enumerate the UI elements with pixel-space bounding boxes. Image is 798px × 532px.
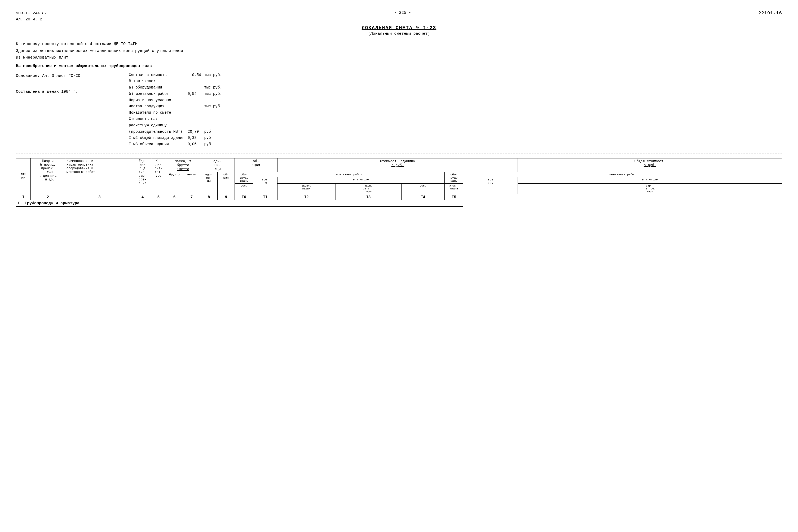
col-os-obo: обо-рудован. bbox=[445, 172, 463, 184]
col-name-header: Наименование и характеристика оборудован… bbox=[65, 158, 134, 194]
table-header-row1: №№ пп Шифр и № позиц. прейск. : УСН : це… bbox=[16, 158, 782, 172]
colnum-5: 5 bbox=[151, 194, 166, 200]
colnum-10: IO bbox=[235, 194, 253, 200]
col-mass-header: Масса, т брутто :нетто bbox=[166, 158, 200, 172]
cost-row-4: б) монтажных работ 0,54 тыс.руб. bbox=[127, 91, 224, 97]
col-se-vsego: все-го bbox=[253, 177, 278, 194]
left-info: Основание: Ал. 3 лист ГС-СО Составлена в… bbox=[16, 72, 117, 148]
main-info-block: Основание: Ал. 3 лист ГС-СО Составлена в… bbox=[16, 72, 782, 148]
cost-row-12: I м3 объема здания 0,06 руб. bbox=[127, 141, 224, 148]
project-line1: К типовому проекту котельной с 4 котлами… bbox=[16, 41, 782, 48]
header-left: 903-I- 244.87 Ал. 20 ч. 2 bbox=[16, 11, 47, 22]
cost-unit-11: руб. bbox=[203, 135, 223, 141]
header-right-code: 22191-16 bbox=[758, 11, 782, 22]
col-os-osn: осн. bbox=[401, 184, 445, 194]
col-stoim-ob-all-header: Общая стоимость в руб. bbox=[518, 158, 782, 172]
colnum-6: 6 bbox=[166, 194, 183, 200]
col-ed-ob: об-щая bbox=[218, 172, 235, 194]
header-center-page: - 225 - bbox=[394, 11, 411, 22]
cost-label-11: I м2 общей площади здания bbox=[127, 135, 186, 141]
colnum-1: I bbox=[16, 194, 31, 200]
cost-unit-1: тыс.руб. bbox=[203, 72, 223, 78]
cost-value-4: 0,54 bbox=[186, 91, 203, 97]
col-mass-brutto: брутто bbox=[166, 172, 183, 194]
col-se-eksp: экспл.машин bbox=[277, 184, 335, 194]
colnum-14: I4 bbox=[401, 194, 445, 200]
col-se-mont-header: монтажных работ bbox=[253, 172, 445, 177]
sostavlena: Составлена в ценах 1984 г. bbox=[16, 88, 117, 96]
cost-label-2: В том числе: bbox=[127, 78, 186, 84]
doc-title: ЛОКАЛЬНАЯ СМЕТА № I-23 bbox=[16, 25, 782, 31]
cost-unit-12: руб. bbox=[203, 141, 223, 148]
cost-label-3: а) оборудования bbox=[127, 84, 186, 91]
section-bold-title: На приобретение и монтаж общекотельных т… bbox=[16, 64, 782, 68]
cost-unit-3: тыс.руб. bbox=[203, 84, 223, 91]
cost-value-10: 20,79 bbox=[186, 129, 203, 135]
project-line2: Здание из легких металлических металличе… bbox=[16, 48, 782, 55]
cost-row-1: Сметная стоимость - 0,54 тыс.руб. bbox=[127, 72, 224, 78]
col-os-eksp: экспл.машин bbox=[445, 184, 463, 194]
cost-unit-10: руб. bbox=[203, 129, 223, 135]
cost-label-4: б) монтажных работ bbox=[127, 91, 186, 97]
cost-label-6: чистая продукция bbox=[127, 103, 186, 110]
col-se-osn: осн. bbox=[235, 184, 253, 194]
col-os-zarp: зарп.:в т.ч.:зарп. bbox=[518, 184, 782, 194]
cost-row-9: расчетную единицу bbox=[127, 122, 224, 129]
col-os-mont-header: монтажных работ bbox=[463, 172, 782, 177]
doc-subtitle: (Локальный сметный расчет) bbox=[16, 32, 782, 36]
cost-row-2: В том числе: bbox=[127, 78, 224, 84]
col-kol-header: Ко- ли- :че- :ст- :во bbox=[151, 158, 166, 194]
cost-row-10: (производительность МВт) 20,79 руб. bbox=[127, 129, 224, 135]
colnum-9: 9 bbox=[218, 194, 235, 200]
colnum-8: 8 bbox=[200, 194, 218, 200]
osnovanie: Основание: Ал. 3 лист ГС-СО bbox=[16, 72, 117, 80]
cost-label-5: Нормативная условно- bbox=[127, 97, 186, 103]
colnum-15: I5 bbox=[445, 194, 463, 200]
col-os-vtom: в т.числе bbox=[518, 177, 782, 184]
col-stoim-ed-header: еди- ни- :цы bbox=[200, 158, 235, 172]
col-ed-edi: еди-ни-цы bbox=[200, 172, 218, 194]
col-shifr-header: Шифр и № позиц. прейск. : УСН : ценника … bbox=[31, 158, 65, 194]
cost-value-11: 0,38 bbox=[186, 135, 203, 141]
cost-value-1: - 0,54 bbox=[186, 72, 203, 78]
cost-label-8: Стоимость на: bbox=[127, 116, 186, 122]
colnum-2: 2 bbox=[31, 194, 65, 200]
main-data-table: №№ пп Шифр и № позиц. прейск. : УСН : це… bbox=[16, 158, 782, 207]
project-line3: из минераловатных плит bbox=[16, 54, 782, 61]
cost-row-8: Стоимость на: bbox=[127, 116, 224, 122]
col-se-obo: обо-:рудо:ван. bbox=[235, 172, 253, 184]
page-header: 903-I- 244.87 Ал. 20 ч. 2 - 225 - 22191-… bbox=[16, 11, 782, 22]
col-stoim-ob-header: об- :щая bbox=[235, 158, 278, 172]
section1-row: I. Трубопроводы и арматура bbox=[16, 200, 782, 207]
col-os-vsego: :все-:го bbox=[463, 177, 518, 194]
cost-summary-table: Сметная стоимость - 0,54 тыс.руб. В том … bbox=[127, 72, 224, 148]
right-info: Сметная стоимость - 0,54 тыс.руб. В том … bbox=[127, 72, 286, 148]
cost-row-11: I м2 общей площади здания 0,38 руб. bbox=[127, 135, 224, 141]
main-table-wrapper: №№ пп Шифр и № позиц. прейск. : УСН : це… bbox=[16, 158, 782, 207]
cost-row-6: чистая продукция тыс.руб. bbox=[127, 103, 224, 110]
col-unit-header: Еди- ни- :ца :из- :ме- :ре- :ния bbox=[134, 158, 151, 194]
cost-label-10: (производительность МВт) bbox=[127, 129, 186, 135]
colnum-11: II bbox=[253, 194, 278, 200]
doc-number-line2: Ал. 20 ч. 2 bbox=[16, 17, 47, 23]
doc-number-line1: 903-I- 244.87 bbox=[16, 11, 47, 17]
cost-row-7: Показатели по смете bbox=[127, 110, 224, 116]
cost-unit-4: тыс.руб. bbox=[203, 91, 223, 97]
colnum-3: 3 bbox=[65, 194, 134, 200]
cost-value-12: 0,06 bbox=[186, 141, 203, 148]
col-se-vtom: в т.числе bbox=[277, 177, 445, 184]
colnum-4: 4 bbox=[134, 194, 151, 200]
col-mass-netto: нетто bbox=[183, 172, 200, 194]
cost-unit-6: тыс.руб. bbox=[203, 103, 223, 110]
colnum-12: I2 bbox=[277, 194, 335, 200]
cost-label-12: I м3 объема здания bbox=[127, 141, 186, 148]
cost-label-9: расчетную единицу bbox=[127, 122, 186, 129]
col-num-header: №№ пп bbox=[16, 158, 31, 194]
section1-title: I. Трубопроводы и арматура bbox=[16, 200, 463, 207]
cost-label-1: Сметная стоимость bbox=[127, 72, 186, 78]
col-stoim-ed-all-header: Стоимость единицы в руб. bbox=[277, 158, 518, 172]
colnum-13: I3 bbox=[335, 194, 401, 200]
col-se-zarp: зарп.:в т.ч.:зарп. bbox=[335, 184, 401, 194]
project-description: К типовому проекту котельной с 4 котлами… bbox=[16, 41, 782, 61]
cost-label-7: Показатели по смете bbox=[127, 110, 186, 116]
